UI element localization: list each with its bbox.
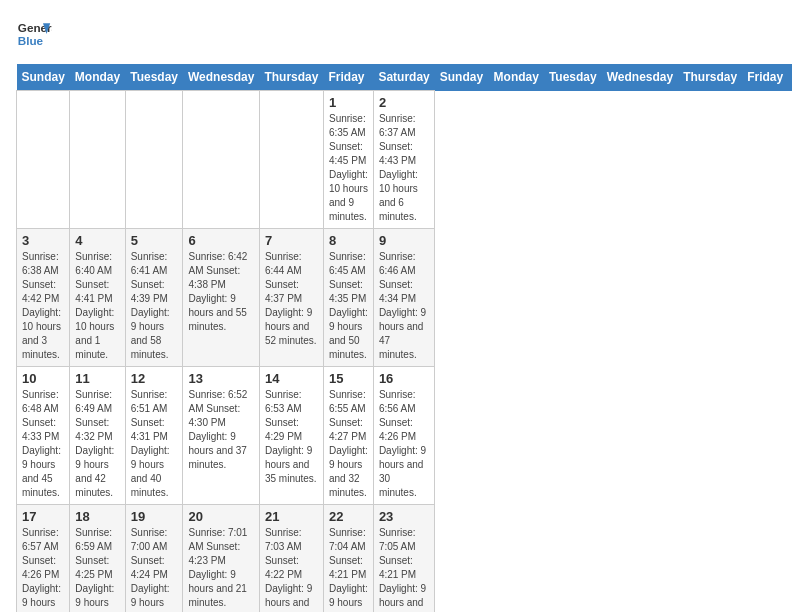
- calendar-cell: 19Sunrise: 7:00 AM Sunset: 4:24 PM Dayli…: [125, 505, 183, 613]
- calendar-cell: 13Sunrise: 6:52 AM Sunset: 4:30 PM Dayli…: [183, 367, 259, 505]
- day-number: 1: [329, 95, 368, 110]
- day-info: Sunrise: 6:49 AM Sunset: 4:32 PM Dayligh…: [75, 388, 119, 500]
- day-info: Sunrise: 6:57 AM Sunset: 4:26 PM Dayligh…: [22, 526, 64, 612]
- col-header-saturday: Saturday: [373, 64, 434, 91]
- day-info: Sunrise: 6:41 AM Sunset: 4:39 PM Dayligh…: [131, 250, 178, 362]
- calendar-cell: 2Sunrise: 6:37 AM Sunset: 4:43 PM Daylig…: [373, 91, 434, 229]
- day-number: 7: [265, 233, 318, 248]
- day-info: Sunrise: 6:48 AM Sunset: 4:33 PM Dayligh…: [22, 388, 64, 500]
- calendar-cell: 10Sunrise: 6:48 AM Sunset: 4:33 PM Dayli…: [17, 367, 70, 505]
- calendar-cell: 15Sunrise: 6:55 AM Sunset: 4:27 PM Dayli…: [323, 367, 373, 505]
- day-info: Sunrise: 6:35 AM Sunset: 4:45 PM Dayligh…: [329, 112, 368, 224]
- col-header-monday: Monday: [489, 64, 544, 91]
- day-number: 10: [22, 371, 64, 386]
- day-number: 9: [379, 233, 429, 248]
- calendar-cell: 6Sunrise: 6:42 AM Sunset: 4:38 PM Daylig…: [183, 229, 259, 367]
- calendar-cell: 11Sunrise: 6:49 AM Sunset: 4:32 PM Dayli…: [70, 367, 125, 505]
- calendar-cell: [259, 91, 323, 229]
- calendar-cell: 17Sunrise: 6:57 AM Sunset: 4:26 PM Dayli…: [17, 505, 70, 613]
- calendar-cell: 18Sunrise: 6:59 AM Sunset: 4:25 PM Dayli…: [70, 505, 125, 613]
- calendar-cell: 20Sunrise: 7:01 AM Sunset: 4:23 PM Dayli…: [183, 505, 259, 613]
- day-number: 12: [131, 371, 178, 386]
- col-header-friday: Friday: [323, 64, 373, 91]
- day-info: Sunrise: 6:38 AM Sunset: 4:42 PM Dayligh…: [22, 250, 64, 362]
- day-info: Sunrise: 6:44 AM Sunset: 4:37 PM Dayligh…: [265, 250, 318, 348]
- day-info: Sunrise: 6:52 AM Sunset: 4:30 PM Dayligh…: [188, 388, 253, 472]
- day-number: 11: [75, 371, 119, 386]
- col-header-thursday: Thursday: [678, 64, 742, 91]
- calendar-cell: 9Sunrise: 6:46 AM Sunset: 4:34 PM Daylig…: [373, 229, 434, 367]
- day-info: Sunrise: 7:04 AM Sunset: 4:21 PM Dayligh…: [329, 526, 368, 612]
- day-info: Sunrise: 6:56 AM Sunset: 4:26 PM Dayligh…: [379, 388, 429, 500]
- col-header-tuesday: Tuesday: [544, 64, 602, 91]
- day-number: 8: [329, 233, 368, 248]
- col-header-wednesday: Wednesday: [183, 64, 259, 91]
- logo: General Blue: [16, 16, 52, 52]
- calendar-cell: 1Sunrise: 6:35 AM Sunset: 4:45 PM Daylig…: [323, 91, 373, 229]
- logo-icon: General Blue: [16, 16, 52, 52]
- calendar-cell: 5Sunrise: 6:41 AM Sunset: 4:39 PM Daylig…: [125, 229, 183, 367]
- day-number: 15: [329, 371, 368, 386]
- calendar-cell: [70, 91, 125, 229]
- calendar-week-4: 17Sunrise: 6:57 AM Sunset: 4:26 PM Dayli…: [17, 505, 793, 613]
- day-number: 3: [22, 233, 64, 248]
- day-number: 18: [75, 509, 119, 524]
- calendar-week-2: 3Sunrise: 6:38 AM Sunset: 4:42 PM Daylig…: [17, 229, 793, 367]
- col-header-sunday: Sunday: [435, 64, 489, 91]
- col-header-monday: Monday: [70, 64, 125, 91]
- day-number: 22: [329, 509, 368, 524]
- calendar-cell: 23Sunrise: 7:05 AM Sunset: 4:21 PM Dayli…: [373, 505, 434, 613]
- day-number: 6: [188, 233, 253, 248]
- day-info: Sunrise: 6:55 AM Sunset: 4:27 PM Dayligh…: [329, 388, 368, 500]
- col-header-sunday: Sunday: [17, 64, 70, 91]
- calendar-week-3: 10Sunrise: 6:48 AM Sunset: 4:33 PM Dayli…: [17, 367, 793, 505]
- day-number: 13: [188, 371, 253, 386]
- day-number: 17: [22, 509, 64, 524]
- col-header-thursday: Thursday: [259, 64, 323, 91]
- page-header: General Blue: [16, 16, 776, 52]
- day-number: 2: [379, 95, 429, 110]
- calendar-cell: 8Sunrise: 6:45 AM Sunset: 4:35 PM Daylig…: [323, 229, 373, 367]
- col-header-tuesday: Tuesday: [125, 64, 183, 91]
- day-info: Sunrise: 6:37 AM Sunset: 4:43 PM Dayligh…: [379, 112, 429, 224]
- day-number: 14: [265, 371, 318, 386]
- calendar-cell: 16Sunrise: 6:56 AM Sunset: 4:26 PM Dayli…: [373, 367, 434, 505]
- svg-text:Blue: Blue: [18, 34, 44, 47]
- col-header-saturday: Saturday: [788, 64, 792, 91]
- calendar-table: SundayMondayTuesdayWednesdayThursdayFrid…: [16, 64, 792, 612]
- calendar-cell: 12Sunrise: 6:51 AM Sunset: 4:31 PM Dayli…: [125, 367, 183, 505]
- col-header-friday: Friday: [742, 64, 788, 91]
- day-number: 4: [75, 233, 119, 248]
- day-number: 20: [188, 509, 253, 524]
- calendar-cell: [17, 91, 70, 229]
- calendar-cell: 14Sunrise: 6:53 AM Sunset: 4:29 PM Dayli…: [259, 367, 323, 505]
- col-header-wednesday: Wednesday: [602, 64, 678, 91]
- day-number: 21: [265, 509, 318, 524]
- day-info: Sunrise: 6:45 AM Sunset: 4:35 PM Dayligh…: [329, 250, 368, 362]
- day-info: Sunrise: 6:40 AM Sunset: 4:41 PM Dayligh…: [75, 250, 119, 362]
- day-info: Sunrise: 6:46 AM Sunset: 4:34 PM Dayligh…: [379, 250, 429, 362]
- calendar-cell: 3Sunrise: 6:38 AM Sunset: 4:42 PM Daylig…: [17, 229, 70, 367]
- day-info: Sunrise: 7:03 AM Sunset: 4:22 PM Dayligh…: [265, 526, 318, 612]
- calendar-cell: [183, 91, 259, 229]
- calendar-cell: 7Sunrise: 6:44 AM Sunset: 4:37 PM Daylig…: [259, 229, 323, 367]
- day-number: 19: [131, 509, 178, 524]
- day-info: Sunrise: 6:59 AM Sunset: 4:25 PM Dayligh…: [75, 526, 119, 612]
- day-info: Sunrise: 6:51 AM Sunset: 4:31 PM Dayligh…: [131, 388, 178, 500]
- day-info: Sunrise: 6:53 AM Sunset: 4:29 PM Dayligh…: [265, 388, 318, 486]
- day-number: 16: [379, 371, 429, 386]
- day-info: Sunrise: 7:05 AM Sunset: 4:21 PM Dayligh…: [379, 526, 429, 612]
- day-number: 23: [379, 509, 429, 524]
- day-number: 5: [131, 233, 178, 248]
- day-info: Sunrise: 7:00 AM Sunset: 4:24 PM Dayligh…: [131, 526, 178, 612]
- calendar-cell: 22Sunrise: 7:04 AM Sunset: 4:21 PM Dayli…: [323, 505, 373, 613]
- calendar-week-1: 1Sunrise: 6:35 AM Sunset: 4:45 PM Daylig…: [17, 91, 793, 229]
- calendar-cell: 21Sunrise: 7:03 AM Sunset: 4:22 PM Dayli…: [259, 505, 323, 613]
- calendar-header-row: SundayMondayTuesdayWednesdayThursdayFrid…: [17, 64, 793, 91]
- calendar-cell: 4Sunrise: 6:40 AM Sunset: 4:41 PM Daylig…: [70, 229, 125, 367]
- day-info: Sunrise: 6:42 AM Sunset: 4:38 PM Dayligh…: [188, 250, 253, 334]
- calendar-cell: [125, 91, 183, 229]
- day-info: Sunrise: 7:01 AM Sunset: 4:23 PM Dayligh…: [188, 526, 253, 610]
